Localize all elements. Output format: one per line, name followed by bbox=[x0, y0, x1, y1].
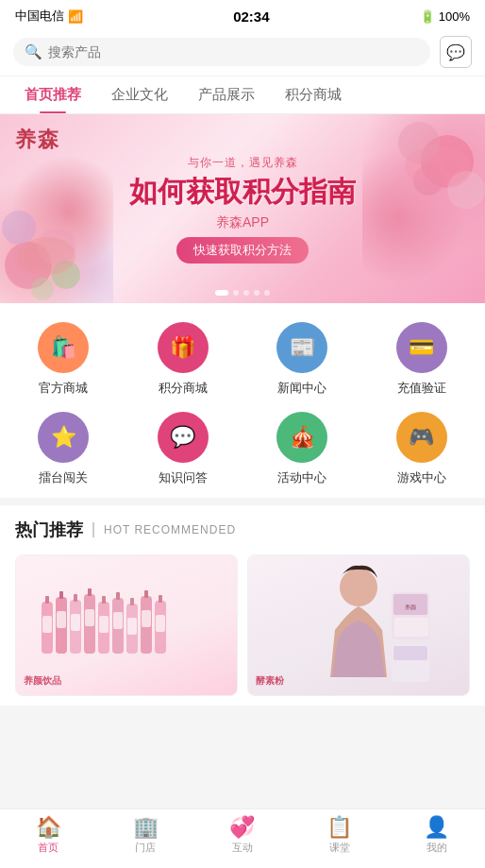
bottom-nav-interact[interactable]: 💞 互动 bbox=[214, 817, 271, 855]
icon-official-shop[interactable]: 🛍️ 官方商城 bbox=[8, 318, 120, 400]
tab-culture[interactable]: 企业文化 bbox=[96, 77, 183, 113]
bottom-nav-profile[interactable]: 👤 我的 bbox=[409, 817, 465, 855]
banner-subtitle: 与你一道，遇见养森 bbox=[129, 155, 356, 171]
shopping-bag-icon: 🛍️ bbox=[51, 335, 76, 360]
hot-product-card-1[interactable]: 养颜饮品 bbox=[15, 554, 238, 696]
icon-points-shop[interactable]: 🎁 积分商城 bbox=[127, 318, 240, 400]
svg-rect-32 bbox=[85, 609, 94, 626]
svg-rect-20 bbox=[102, 596, 106, 604]
bottom-nav-home[interactable]: 🏠 首页 bbox=[20, 817, 76, 855]
svg-rect-33 bbox=[99, 616, 109, 633]
svg-rect-34 bbox=[113, 612, 123, 629]
svg-point-5 bbox=[19, 237, 75, 275]
svg-rect-24 bbox=[130, 598, 134, 605]
icon-recharge[interactable]: 💳 充值验证 bbox=[366, 318, 478, 400]
icon-qa[interactable]: 💬 知识问答 bbox=[127, 408, 240, 490]
svg-rect-31 bbox=[71, 614, 80, 631]
status-right: 🔋 100% bbox=[420, 9, 470, 24]
news-icon: 📰 bbox=[290, 335, 315, 360]
hot-recommended-section: 热门推荐 HOT RECOMMENDED bbox=[0, 505, 485, 706]
icon-circle-game: 🎮 bbox=[396, 412, 447, 463]
bottom-nav-interact-label: 互动 bbox=[232, 841, 253, 855]
icon-circle-recharge: 💳 bbox=[396, 322, 447, 373]
status-left: 中国电信 📶 bbox=[15, 8, 83, 25]
icon-label-activity: 活动中心 bbox=[277, 469, 326, 486]
message-button[interactable]: 💬 bbox=[440, 36, 472, 68]
icon-label-recharge: 充值验证 bbox=[397, 380, 446, 397]
icon-stage[interactable]: ⭐ 擂台闯关 bbox=[8, 408, 120, 490]
svg-rect-36 bbox=[142, 610, 151, 627]
message-icon: 💬 bbox=[446, 43, 465, 61]
product-image-2: 养颜 酵素粉 bbox=[248, 555, 469, 695]
bottom-nav-store[interactable]: 🏢 门店 bbox=[117, 817, 174, 855]
svg-text:养颜: 养颜 bbox=[405, 604, 416, 610]
icon-circle-points-shop: 🎁 bbox=[158, 322, 209, 373]
icon-label-game: 游戏中心 bbox=[397, 469, 446, 486]
search-input[interactable] bbox=[48, 44, 419, 60]
status-bar: 中国电信 📶 02:34 🔋 100% bbox=[0, 0, 485, 28]
banner-title: 如何获取积分指南 bbox=[129, 175, 356, 209]
svg-rect-44 bbox=[393, 646, 427, 660]
classroom-icon: 📋 bbox=[326, 817, 352, 838]
banner[interactable]: 养森 与你一道，遇见养森 如何获取积分指南 养森APP 快速获取积分方法 bbox=[0, 114, 485, 303]
banner-cta-button[interactable]: 快速获取积分方法 bbox=[176, 237, 309, 264]
banner-dot-4[interactable] bbox=[254, 290, 259, 296]
banner-dot-5[interactable] bbox=[264, 290, 270, 296]
icon-circle-news: 📰 bbox=[276, 322, 327, 373]
bottom-nav-home-label: 首页 bbox=[38, 841, 59, 855]
svg-rect-16 bbox=[74, 594, 77, 602]
svg-point-4 bbox=[31, 278, 54, 300]
svg-rect-26 bbox=[144, 590, 148, 598]
banner-dots bbox=[215, 290, 270, 296]
hot-title-chinese: 热门推荐 bbox=[15, 519, 83, 541]
battery-icon: 🔋 bbox=[420, 9, 435, 24]
svg-rect-29 bbox=[42, 616, 52, 633]
icon-news[interactable]: 📰 新闻中心 bbox=[246, 318, 359, 400]
banner-dot-1[interactable] bbox=[215, 290, 228, 296]
product-image-1: 养颜饮品 bbox=[16, 555, 237, 695]
hot-title-divider bbox=[92, 522, 94, 537]
banner-dot-3[interactable] bbox=[243, 290, 249, 296]
search-input-wrap[interactable]: 🔍 bbox=[13, 38, 430, 66]
tab-points[interactable]: 积分商城 bbox=[270, 77, 357, 113]
credit-card-icon: 💳 bbox=[409, 335, 434, 360]
hot-title-english: HOT RECOMMENDED bbox=[104, 523, 236, 536]
carrier: 中国电信 bbox=[15, 8, 64, 25]
svg-rect-28 bbox=[159, 595, 162, 603]
svg-rect-30 bbox=[57, 611, 66, 628]
flower-svg-right bbox=[343, 114, 485, 294]
bottles-illustration bbox=[32, 573, 221, 677]
home-icon: 🏠 bbox=[36, 817, 61, 838]
svg-rect-12 bbox=[45, 596, 49, 604]
svg-point-38 bbox=[340, 569, 377, 606]
banner-background: 养森 与你一道，遇见养森 如何获取积分指南 养森APP 快速获取积分方法 bbox=[0, 114, 485, 303]
star-icon: ⭐ bbox=[51, 425, 76, 450]
flower-svg-left bbox=[0, 143, 132, 303]
svg-rect-35 bbox=[127, 618, 137, 635]
svg-rect-14 bbox=[59, 591, 63, 599]
svg-rect-37 bbox=[156, 615, 165, 632]
bottom-nav-store-label: 门店 bbox=[135, 841, 156, 855]
game-icon: 🎮 bbox=[409, 425, 434, 450]
banner-dot-2[interactable] bbox=[233, 290, 239, 296]
qa-icon: 💬 bbox=[170, 425, 195, 450]
hot-product-card-2[interactable]: 养颜 酵素粉 bbox=[247, 554, 470, 696]
tab-home[interactable]: 首页推荐 bbox=[9, 77, 96, 113]
svg-rect-42 bbox=[394, 618, 428, 637]
tab-products[interactable]: 产品展示 bbox=[183, 77, 270, 113]
search-icon: 🔍 bbox=[25, 43, 42, 60]
battery-level: 100% bbox=[439, 9, 470, 24]
icon-circle-official-shop: 🛍️ bbox=[38, 322, 89, 373]
icon-circle-stage: ⭐ bbox=[38, 412, 89, 463]
bottom-nav-profile-label: 我的 bbox=[426, 841, 447, 855]
icon-label-points-shop: 积分商城 bbox=[159, 380, 208, 397]
icon-activity[interactable]: 🎪 活动中心 bbox=[246, 408, 359, 490]
product-model-svg: 养颜 bbox=[255, 554, 462, 696]
interact-icon: 💞 bbox=[229, 817, 255, 838]
banner-app-name: 养森APP bbox=[129, 214, 356, 231]
bottom-nav: 🏠 首页 🏢 门店 💞 互动 📋 课堂 👤 我的 bbox=[0, 808, 485, 868]
banner-content: 养森 与你一道，遇见养森 如何获取积分指南 养森APP 快速获取积分方法 bbox=[129, 155, 356, 264]
bottles-svg bbox=[32, 573, 221, 677]
bottom-nav-classroom[interactable]: 📋 课堂 bbox=[311, 817, 368, 855]
icon-game[interactable]: 🎮 游戏中心 bbox=[366, 408, 478, 490]
